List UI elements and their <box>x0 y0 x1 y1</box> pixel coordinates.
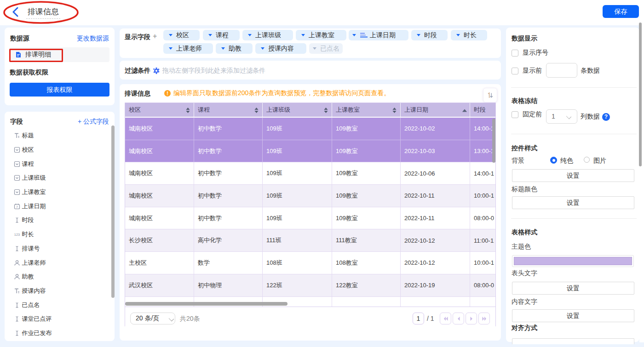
svg-text:7: 7 <box>16 205 18 209</box>
svg-text:123: 123 <box>14 233 20 237</box>
